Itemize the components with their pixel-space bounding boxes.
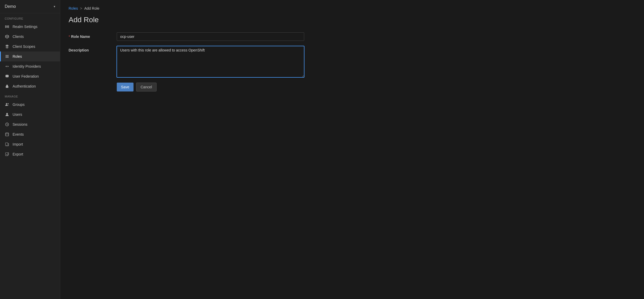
users-icon: [5, 102, 9, 107]
svg-point-11: [8, 103, 9, 104]
manage-section-label: Manage: [0, 91, 60, 100]
sidebar-item-clients[interactable]: Clients: [0, 32, 60, 42]
sidebar-item-sessions[interactable]: Sessions: [0, 119, 60, 129]
database-icon: [5, 74, 9, 79]
sidebar-item-roles[interactable]: Roles: [0, 51, 60, 61]
svg-rect-7: [5, 57, 9, 58]
cancel-button[interactable]: Cancel: [136, 83, 157, 91]
sidebar-item-authentication[interactable]: Authentication: [0, 81, 60, 91]
svg-rect-3: [6, 27, 8, 27]
svg-rect-4: [8, 25, 9, 28]
cube-icon: [5, 34, 9, 39]
sidebar-item-label: Sessions: [13, 122, 27, 126]
sidebar-item-label: Export: [13, 152, 23, 156]
svg-rect-9: [6, 86, 8, 88]
breadcrumb-separator: >: [80, 6, 82, 10]
svg-rect-14: [5, 133, 9, 136]
export-icon: [5, 152, 9, 157]
svg-rect-2: [7, 25, 7, 28]
svg-rect-0: [5, 25, 6, 28]
list-icon: [5, 54, 9, 59]
save-button[interactable]: Save: [117, 83, 134, 91]
page-title: Add Role: [69, 16, 636, 24]
sidebar-item-events[interactable]: Events: [0, 129, 60, 139]
chevron-down-icon: ▾: [54, 5, 55, 8]
description-label-container: Description: [69, 46, 110, 52]
breadcrumb: Roles > Add Role: [69, 6, 636, 10]
sidebar-item-label: Events: [13, 132, 24, 136]
role-name-label: Role Name: [71, 34, 90, 39]
svg-point-10: [6, 103, 7, 105]
lock-icon: [5, 84, 9, 89]
arrows-icon: [5, 64, 9, 69]
role-name-label-container: * Role Name: [69, 32, 110, 39]
sidebar-item-export[interactable]: Export: [0, 149, 60, 159]
sidebar: Demo ▾ Configure Realm Settings Clients …: [0, 0, 60, 299]
sidebar-item-user-federation[interactable]: User Federation: [0, 71, 60, 81]
app-title: Demo: [5, 4, 16, 9]
sidebar-item-import[interactable]: Import: [0, 139, 60, 149]
sliders-icon: [5, 24, 9, 29]
description-row: Description: [69, 46, 304, 77]
sidebar-item-identity-providers[interactable]: Identity Providers: [0, 61, 60, 71]
sidebar-item-label: Client Scopes: [13, 44, 35, 49]
sidebar-item-users[interactable]: Users: [0, 110, 60, 119]
main-content: Roles > Add Role Add Role * Role Name De…: [60, 0, 644, 299]
app-header[interactable]: Demo ▾: [0, 0, 60, 13]
sidebar-item-label: Roles: [13, 54, 22, 59]
required-star: *: [69, 34, 70, 39]
breadcrumb-current: Add Role: [84, 6, 99, 10]
sidebar-item-label: Identity Providers: [13, 64, 41, 68]
svg-rect-6: [5, 56, 9, 57]
import-icon: [5, 142, 9, 147]
sidebar-item-realm-settings[interactable]: Realm Settings: [0, 22, 60, 32]
breadcrumb-parent-link[interactable]: Roles: [69, 6, 78, 10]
configure-section-label: Configure: [0, 13, 60, 22]
user-icon: [5, 112, 9, 117]
sidebar-item-groups[interactable]: Groups: [0, 100, 60, 110]
layers-icon: [5, 44, 9, 49]
role-name-row: * Role Name: [69, 32, 304, 41]
calendar-icon: [5, 132, 9, 137]
sidebar-item-label: Authentication: [13, 84, 36, 88]
clock-icon: [5, 122, 9, 127]
form-actions: Save Cancel: [117, 83, 304, 91]
svg-rect-5: [5, 55, 9, 56]
svg-point-12: [6, 113, 8, 114]
sidebar-item-label: Clients: [13, 34, 24, 39]
sidebar-item-label: Import: [13, 142, 23, 146]
sidebar-item-label: Users: [13, 112, 22, 117]
sidebar-item-label: User Federation: [13, 74, 39, 78]
sidebar-item-label: Groups: [13, 102, 25, 107]
sidebar-item-client-scopes[interactable]: Client Scopes: [0, 42, 60, 51]
sidebar-item-label: Realm Settings: [13, 25, 37, 29]
description-textarea[interactable]: [117, 46, 304, 77]
role-name-input[interactable]: [117, 32, 304, 41]
description-label: Description: [69, 48, 89, 52]
add-role-form: * Role Name Description Save Cancel: [69, 32, 304, 91]
